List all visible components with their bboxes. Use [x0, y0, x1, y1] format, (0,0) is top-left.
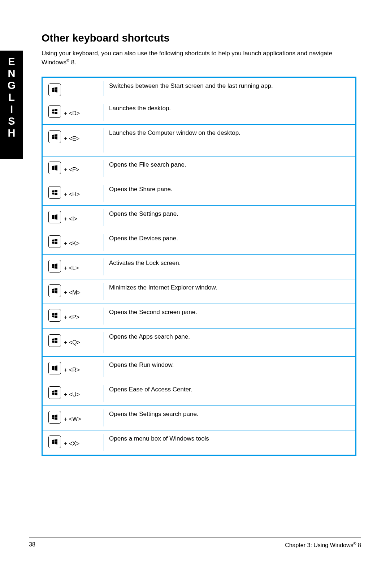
description-cell: Opens the File search pane. — [104, 160, 355, 169]
combo-text: + <H> — [64, 191, 80, 198]
table-row: + <D> Launches the desktop. — [43, 100, 355, 125]
description-cell: Opens the Run window. — [104, 360, 355, 369]
windows-key-icon — [48, 284, 61, 297]
combo-text: + <D> — [64, 110, 80, 117]
key-cell: + <W> — [43, 409, 104, 426]
language-tab: ENGLISH — [0, 51, 23, 159]
key-cell: + <I> — [43, 209, 104, 226]
description-cell: Opens Ease of Access Center. — [104, 385, 355, 394]
combo-text: + <L> — [64, 265, 79, 271]
table-row: + <W> Opens the Settings search pane. — [43, 406, 355, 430]
key-cell: + <Q> — [43, 332, 104, 353]
table-row: Switches between the Start screen and th… — [43, 78, 355, 100]
combo-text: + <M> — [64, 289, 81, 296]
key-cell: + <D> — [43, 104, 104, 121]
table-row: + <R> Opens the Run window. — [43, 357, 355, 381]
combo-text: + <E> — [64, 136, 79, 142]
table-row: + <P> Opens the Second screen pane. — [43, 304, 355, 329]
windows-key-icon — [48, 186, 61, 199]
description-cell: Opens the Share pane. — [104, 185, 355, 193]
language-label: ENGLISH — [5, 56, 17, 139]
description-cell: Launches the Computer window on the desk… — [104, 128, 355, 137]
windows-key-icon — [48, 260, 61, 272]
combo-text: + <R> — [64, 367, 80, 373]
combo-text: + <U> — [64, 391, 80, 398]
key-cell: + <L> — [43, 258, 104, 275]
page-number: 38 — [29, 541, 35, 549]
windows-key-icon — [48, 105, 61, 118]
description-cell: Opens the Apps search pane. — [104, 332, 355, 341]
combo-text: + <I> — [64, 216, 77, 222]
key-cell — [43, 81, 104, 96]
table-row: + <X> Opens a menu box of Windows tools — [43, 430, 355, 455]
key-cell: + <X> — [43, 434, 104, 451]
key-cell: + <H> — [43, 185, 104, 202]
description-cell: Switches between the Start screen and th… — [104, 81, 355, 90]
page-footer: 38 Chapter 3: Using Windows® 8 — [29, 537, 361, 549]
combo-text: + <F> — [64, 167, 79, 173]
table-row: + <U> Opens Ease of Access Center. — [43, 381, 355, 406]
description-cell: Opens the Devices pane. — [104, 234, 355, 243]
windows-key-icon — [48, 83, 61, 96]
description-cell: Minimizes the Internet Explorer window. — [104, 283, 355, 292]
description-cell: Opens the Second screen pane. — [104, 308, 355, 316]
windows-key-icon — [48, 211, 61, 223]
windows-key-icon — [48, 411, 61, 424]
combo-text: + <P> — [64, 314, 79, 321]
table-row: + <K> Opens the Devices pane. — [43, 230, 355, 255]
windows-key-icon — [48, 334, 61, 347]
page-content: Other keyboard shortcuts Using your keyb… — [42, 32, 356, 456]
combo-text: + <W> — [64, 416, 81, 422]
windows-key-icon — [48, 162, 61, 174]
table-row: + <F> Opens the File search pane. — [43, 156, 355, 181]
table-row: + <H> Opens the Share pane. — [43, 181, 355, 206]
key-cell: + <F> — [43, 160, 104, 177]
key-cell: + <P> — [43, 308, 104, 325]
key-cell: + <E> — [43, 128, 104, 153]
description-cell: Opens the Settings search pane. — [104, 409, 355, 418]
combo-text: + <Q> — [64, 339, 80, 346]
chapter-label: Chapter 3: Using Windows® 8 — [285, 541, 361, 549]
windows-key-icon — [48, 130, 61, 143]
table-row: + <Q> Opens the Apps search pane. — [43, 329, 355, 357]
table-row: + <L> Activates the Lock screen. — [43, 255, 355, 279]
key-cell: + <R> — [43, 360, 104, 377]
windows-key-icon — [48, 235, 61, 248]
description-cell: Activates the Lock screen. — [104, 258, 355, 267]
key-cell: + <M> — [43, 283, 104, 300]
table-row: + <I> Opens the Settings pane. — [43, 206, 355, 230]
key-cell: + <K> — [43, 234, 104, 251]
intro-text: Using your keyboard, you can also use th… — [42, 50, 356, 67]
table-row: + <M> Minimizes the Internet Explorer wi… — [43, 279, 355, 304]
windows-key-icon — [48, 362, 61, 374]
key-cell: + <U> — [43, 385, 104, 402]
page-title: Other keyboard shortcuts — [42, 32, 356, 44]
description-cell: Opens a menu box of Windows tools — [104, 434, 355, 443]
combo-text: + <X> — [64, 441, 79, 447]
table-row: + <E> Launches the Computer window on th… — [43, 125, 355, 156]
windows-key-icon — [48, 309, 61, 322]
shortcuts-table: Switches between the Start screen and th… — [42, 77, 356, 456]
description-cell: Opens the Settings pane. — [104, 209, 355, 218]
combo-text: + <K> — [64, 240, 79, 247]
description-cell: Launches the desktop. — [104, 104, 355, 112]
windows-key-icon — [48, 386, 61, 399]
windows-key-icon — [48, 435, 61, 448]
